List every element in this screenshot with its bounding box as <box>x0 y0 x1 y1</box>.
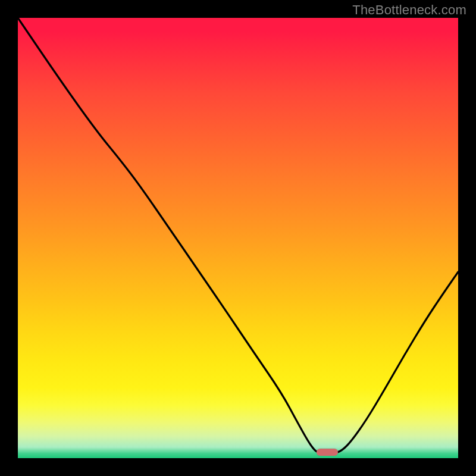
watermark-text: TheBottleneck.com <box>352 2 466 18</box>
chart-frame <box>18 18 458 458</box>
line-curve <box>18 18 458 458</box>
marker-pill <box>317 449 338 456</box>
curve-path <box>18 18 458 453</box>
